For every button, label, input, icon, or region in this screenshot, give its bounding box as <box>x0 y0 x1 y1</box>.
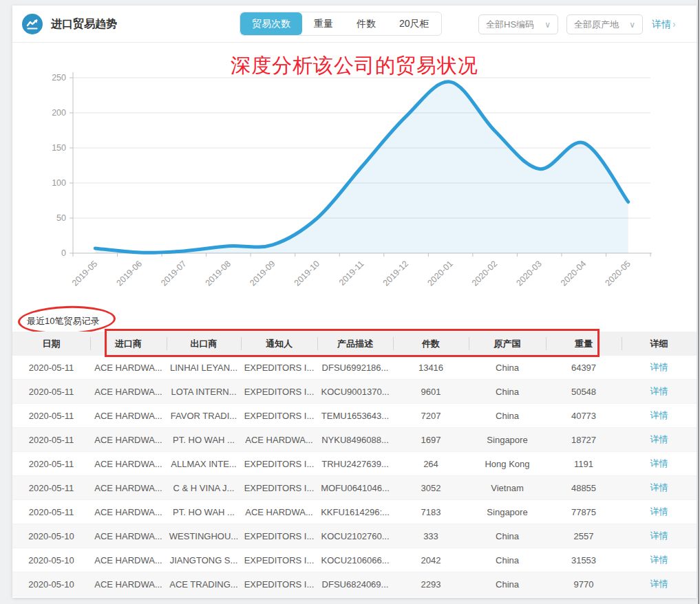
cell-quantity: 2293 <box>393 579 469 590</box>
svg-text:2020-03: 2020-03 <box>514 259 543 288</box>
cell-quantity: 9601 <box>393 387 469 397</box>
cell-date: 2020-05-11 <box>12 459 90 469</box>
svg-text:2019-05: 2019-05 <box>70 259 99 288</box>
tab-0[interactable]: 贸易次数 <box>240 12 302 35</box>
row-detail-link[interactable]: 详情 <box>650 434 668 444</box>
cell-product-desc: DFSU6824069... <box>317 579 393 590</box>
svg-text:200: 200 <box>52 108 66 118</box>
row-detail-link[interactable]: 详情 <box>650 506 668 517</box>
cell-quantity: 1697 <box>393 435 469 445</box>
svg-text:2020-01: 2020-01 <box>425 259 454 288</box>
tab-2[interactable]: 件数 <box>345 12 388 35</box>
cell-notifier: EXPEDITORS I... <box>241 363 317 373</box>
table-row: 2020-05-11ACE HARDWA...PT. HO WAH ...ACE… <box>12 428 697 452</box>
annotation-red-rectangle <box>105 329 600 357</box>
cell-importer: ACE HARDWA... <box>90 363 167 373</box>
table-row: 2020-05-11ACE HARDWA...FAVOR TRADI...EXP… <box>12 404 697 428</box>
cell-quantity: 13416 <box>393 363 469 373</box>
table-row: 2020-05-10ACE HARDWA...JIANGTONG S...EXP… <box>12 548 697 572</box>
cell-exporter: WESTINGHOU... <box>167 531 241 541</box>
cell-origin-country: Hong Kong <box>469 459 546 469</box>
cell-weight: 1191 <box>546 459 622 469</box>
cell-origin-country: Singapore <box>469 507 546 517</box>
cell-notifier: EXPEDITORS I... <box>241 411 317 421</box>
cell-notifier: EXPEDITORS I... <box>241 459 317 469</box>
row-detail-link[interactable]: 详情 <box>650 458 668 468</box>
cell-product-desc: KOCU2102760... <box>317 531 393 541</box>
cell-quantity: 2042 <box>393 555 469 565</box>
cell-importer: ACE HARDWA... <box>90 579 167 590</box>
chevron-down-icon: ∨ <box>544 20 551 30</box>
cell-weight: 2557 <box>546 531 622 541</box>
svg-text:2019-12: 2019-12 <box>381 259 410 288</box>
cell-origin-country: China <box>469 531 546 541</box>
hs-code-filter-label: 全部HS编码 <box>486 19 534 31</box>
cell-product-desc: NYKU8496088... <box>317 435 393 445</box>
cell-product-desc: MOFU0641046... <box>317 483 393 493</box>
svg-text:2019-07: 2019-07 <box>159 259 188 288</box>
cell-weight: 48855 <box>546 483 622 493</box>
cell-importer: ACE HARDWA... <box>90 387 167 397</box>
cell-importer: ACE HARDWA... <box>90 531 167 541</box>
cell-product-desc: DFSU6992186... <box>317 363 393 373</box>
svg-text:2020-02: 2020-02 <box>470 259 499 288</box>
cell-date: 2020-05-11 <box>12 435 90 445</box>
cell-exporter: FAVOR TRADI... <box>167 411 241 421</box>
table-row: 2020-05-10ACE HARDWA...WESTINGHOU...EXPE… <box>12 524 697 548</box>
annotation-chart-title: 深度分析该公司的贸易状况 <box>12 52 697 80</box>
cell-quantity: 7207 <box>393 411 469 421</box>
page-title: 进口贸易趋势 <box>51 17 117 32</box>
cell-quantity: 3052 <box>393 483 469 493</box>
row-detail-link[interactable]: 详情 <box>650 579 668 589</box>
chevron-right-icon: › <box>672 19 676 30</box>
table-row: 2020-05-10ACE HARDWA...ACE TRADING...EXP… <box>12 572 697 596</box>
cell-product-desc: KOCU9001370... <box>317 387 393 397</box>
cell-origin-country: China <box>469 555 546 565</box>
svg-text:2019-06: 2019-06 <box>115 259 144 288</box>
card-header: 进口贸易趋势 贸易次数重量件数20尺柜 全部HS编码 ∨ 全部原产地 ∨ 详情› <box>12 6 697 43</box>
cell-exporter: LINHAI LEYAN... <box>167 363 241 373</box>
svg-text:50: 50 <box>56 213 66 223</box>
hs-code-filter-select[interactable]: 全部HS编码 ∨ <box>478 14 558 34</box>
cell-notifier: EXPEDITORS I... <box>241 483 317 493</box>
cell-importer: ACE HARDWA... <box>90 483 167 493</box>
cell-quantity: 264 <box>393 459 469 469</box>
cell-notifier: EXPEDITORS I... <box>241 579 317 590</box>
row-detail-link[interactable]: 详情 <box>650 554 668 565</box>
cell-date: 2020-05-11 <box>12 507 90 517</box>
cell-product-desc: TEMU1653643... <box>317 411 393 421</box>
header-detail-link[interactable]: 详情› <box>652 19 676 31</box>
cell-date: 2020-05-10 <box>12 579 90 590</box>
tab-1[interactable]: 重量 <box>302 12 345 35</box>
origin-filter-select[interactable]: 全部原产地 ∨ <box>566 14 643 34</box>
window-right-edge <box>698 0 699 604</box>
row-detail-link[interactable]: 详情 <box>650 410 668 420</box>
tab-3[interactable]: 20尺柜 <box>388 12 441 35</box>
cell-origin-country: China <box>469 411 546 421</box>
cell-exporter: ALLMAX INTE... <box>167 459 241 469</box>
cell-weight: 18727 <box>546 435 622 445</box>
row-detail-link[interactable]: 详情 <box>650 362 668 372</box>
cell-importer: ACE HARDWA... <box>90 507 167 517</box>
cell-notifier: EXPEDITORS I... <box>241 531 317 541</box>
svg-text:2019-09: 2019-09 <box>248 259 277 288</box>
column-header-date: 日期 <box>12 332 90 356</box>
table-body: 2020-05-11ACE HARDWA...LINHAI LEYAN...EX… <box>12 356 697 596</box>
row-detail-link[interactable]: 详情 <box>650 482 668 493</box>
table-row: 2020-05-11ACE HARDWA...LOTA INTERN...EXP… <box>12 380 697 404</box>
row-detail-link[interactable]: 详情 <box>650 530 668 541</box>
cell-exporter: PT. HO WAH ... <box>167 435 241 445</box>
table-row: 2020-05-11ACE HARDWA...LINHAI LEYAN...EX… <box>12 356 697 380</box>
cell-exporter: ACE TRADING... <box>167 579 241 590</box>
svg-text:100: 100 <box>52 178 66 188</box>
cell-date: 2020-05-10 <box>12 531 90 541</box>
trend-chart-area: 0501001502002502019-052019-062019-072019… <box>12 47 697 303</box>
cell-weight: 50548 <box>546 387 622 397</box>
cell-importer: ACE HARDWA... <box>90 411 167 421</box>
cell-origin-country: China <box>469 387 546 397</box>
cell-notifier: ACE HARDWA... <box>241 507 317 517</box>
row-detail-link[interactable]: 详情 <box>650 386 668 396</box>
cell-exporter: PT. HO WAH ... <box>167 507 241 517</box>
cell-weight: 64397 <box>546 363 622 373</box>
cell-notifier: EXPEDITORS I... <box>241 387 317 397</box>
